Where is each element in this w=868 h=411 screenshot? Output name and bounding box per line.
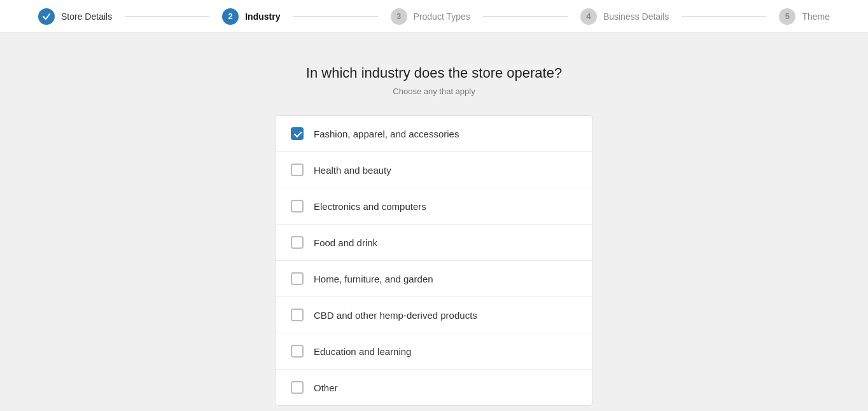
step-label-store-details: Store Details [61, 11, 112, 22]
checkbox-fashion[interactable] [291, 127, 304, 140]
checkbox-food-drink[interactable] [291, 236, 304, 249]
step-circle-store-details [38, 8, 55, 25]
checkbox-other[interactable] [291, 381, 304, 394]
checkbox-home-furniture[interactable] [291, 272, 304, 285]
option-health-beauty[interactable]: Health and beauty [276, 152, 592, 188]
step-circle-business-details: 4 [580, 8, 597, 25]
step-label-product-types: Product Types [414, 11, 470, 22]
checkbox-health-beauty[interactable] [291, 164, 304, 176]
step-divider-1 [125, 16, 209, 17]
step-business-details[interactable]: 4 Business Details [568, 8, 682, 25]
option-education[interactable]: Education and learning [276, 333, 592, 370]
option-label-electronics: Electronics and computers [314, 201, 426, 212]
option-label-education: Education and learning [314, 346, 411, 357]
option-cbd[interactable]: CBD and other hemp-derived products [276, 297, 592, 333]
checkbox-electronics[interactable] [291, 200, 304, 212]
option-label-food-drink: Food and drink [314, 237, 377, 248]
step-circle-theme: 5 [779, 8, 795, 25]
option-label-home-furniture: Home, furniture, and garden [314, 274, 433, 284]
step-circle-product-types: 3 [391, 8, 407, 25]
step-divider-2 [293, 16, 377, 17]
step-theme[interactable]: 5 Theme [766, 8, 843, 25]
step-industry[interactable]: 2 Industry [209, 8, 293, 25]
options-card: Fashion, apparel, and accessories Health… [275, 115, 593, 406]
option-fashion[interactable]: Fashion, apparel, and accessories [276, 116, 592, 152]
option-label-other: Other [314, 382, 338, 393]
step-product-types[interactable]: 3 Product Types [378, 8, 483, 25]
checkbox-education[interactable] [291, 345, 304, 358]
option-label-health-beauty: Health and beauty [314, 165, 391, 176]
option-electronics[interactable]: Electronics and computers [276, 188, 592, 225]
option-label-fashion: Fashion, apparel, and accessories [314, 129, 459, 139]
step-store-details[interactable]: Store Details [25, 8, 125, 25]
main-content: In which industry does the store operate… [0, 33, 868, 406]
step-divider-4 [682, 16, 766, 17]
option-food-drink[interactable]: Food and drink [276, 225, 592, 261]
option-home-furniture[interactable]: Home, furniture, and garden [276, 261, 592, 297]
step-label-business-details: Business Details [603, 11, 669, 22]
stepper: Store Details 2 Industry 3 Product Types… [0, 0, 868, 33]
step-circle-industry: 2 [222, 8, 239, 25]
step-label-industry: Industry [245, 11, 280, 22]
checkbox-cbd[interactable] [291, 309, 304, 321]
step-label-theme: Theme [802, 11, 830, 22]
step-divider-3 [483, 16, 568, 17]
option-label-cbd: CBD and other hemp-derived products [314, 310, 477, 321]
page-title: In which industry does the store operate… [306, 65, 562, 81]
page-subtitle: Choose any that apply [393, 87, 475, 96]
option-other[interactable]: Other [276, 370, 592, 405]
